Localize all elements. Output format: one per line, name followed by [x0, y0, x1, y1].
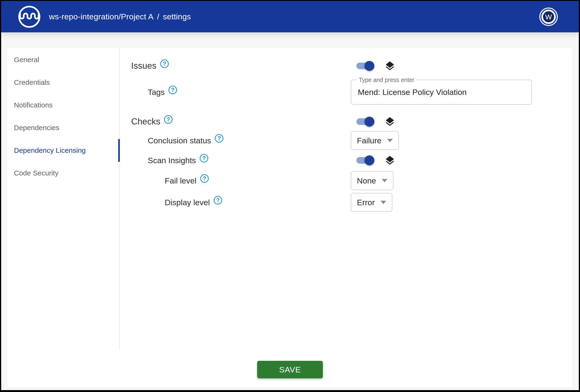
user-avatar[interactable]: W	[539, 7, 558, 26]
conclusion-status-row: Conclusion status ? Failure	[131, 131, 573, 150]
save-row: SAVE	[7, 350, 573, 388]
sidebar-item-dependency-licensing[interactable]: Dependency Licensing	[7, 139, 119, 162]
tags-row: Tags ? Type and press enter	[131, 80, 573, 105]
checks-row: Checks ?	[131, 114, 573, 129]
help-icon[interactable]: ?	[200, 154, 208, 163]
display-level-row: Display level ? Error	[131, 193, 573, 212]
fail-level-select[interactable]: None	[351, 171, 394, 190]
checks-toggle[interactable]	[356, 118, 374, 125]
display-level-label: Display level	[165, 198, 210, 207]
tags-label: Tags	[148, 88, 165, 97]
settings-card: General Credentials Notifications Depend…	[7, 48, 573, 388]
layers-icon[interactable]	[384, 155, 395, 166]
issues-row: Issues ?	[131, 58, 573, 74]
sidebar-item-general[interactable]: General	[7, 48, 119, 71]
help-icon[interactable]: ?	[214, 196, 222, 204]
help-icon[interactable]: ?	[215, 134, 223, 143]
display-level-select[interactable]: Error	[351, 193, 392, 212]
page-background: General Credentials Notifications Depend…	[1, 32, 579, 390]
layers-icon[interactable]	[384, 116, 395, 127]
conclusion-status-label: Conclusion status	[148, 136, 211, 145]
issues-toggle[interactable]	[356, 63, 374, 69]
tags-input-container: Type and press enter	[351, 80, 532, 105]
breadcrumb-page: settings	[163, 12, 191, 21]
sidebar-item-dependencies[interactable]: Dependencies	[7, 116, 119, 139]
settings-sidebar: General Credentials Notifications Depend…	[7, 48, 120, 350]
layers-icon[interactable]	[384, 60, 395, 72]
breadcrumb-project: ws-repo-integration/Project A	[49, 12, 153, 21]
conclusion-status-value: Failure	[357, 136, 381, 145]
fail-level-label: Fail level	[165, 176, 196, 185]
sidebar-item-notifications[interactable]: Notifications	[7, 94, 119, 116]
tags-input[interactable]	[351, 88, 531, 97]
issues-label: Issues	[131, 61, 156, 71]
display-level-value: Error	[357, 198, 375, 207]
dropdown-caret-icon	[387, 139, 393, 142]
top-header-bar: ws-repo-integration/Project A / settings…	[1, 1, 579, 32]
sidebar-item-credentials[interactable]: Credentials	[7, 71, 119, 94]
sidebar-item-code-security[interactable]: Code Security	[7, 162, 119, 185]
breadcrumb: ws-repo-integration/Project A / settings	[49, 12, 191, 21]
help-icon[interactable]: ?	[200, 174, 209, 183]
breadcrumb-separator: /	[157, 12, 159, 21]
dropdown-caret-icon	[382, 179, 387, 182]
settings-content: Issues ? Tags ?	[120, 48, 573, 350]
tags-input-floating-label: Type and press enter	[356, 77, 417, 83]
help-icon[interactable]: ?	[160, 60, 169, 68]
checks-label: Checks	[131, 117, 160, 127]
scan-insights-label: Scan Insights	[148, 156, 196, 165]
dropdown-caret-icon	[381, 201, 386, 204]
help-icon[interactable]: ?	[168, 86, 177, 94]
scan-insights-row: Scan Insights ?	[131, 153, 573, 168]
help-icon[interactable]: ?	[164, 115, 172, 124]
save-button[interactable]: SAVE	[257, 361, 323, 378]
fail-level-value: None	[357, 176, 376, 185]
app-window: ws-repo-integration/Project A / settings…	[0, 0, 580, 392]
conclusion-status-select[interactable]: Failure	[351, 131, 399, 150]
fail-level-row: Fail level ? None	[131, 171, 573, 190]
mend-logo-icon[interactable]	[18, 5, 41, 28]
scan-insights-toggle[interactable]	[356, 157, 374, 164]
avatar-letter: W	[545, 13, 552, 21]
